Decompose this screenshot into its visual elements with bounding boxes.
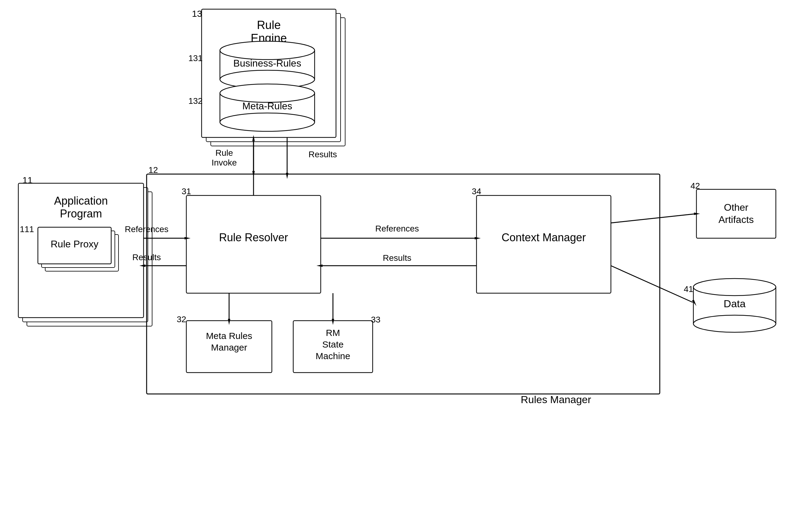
rule-engine-label: Rule: [257, 19, 281, 32]
context-manager-label1: Context Manager: [502, 231, 586, 244]
app-program-number: 11: [22, 175, 32, 185]
rule-invoke-label2: Invoke: [212, 158, 237, 167]
meta-rules-label: Meta-Rules: [242, 100, 292, 112]
meta-rules-manager-label1: Meta Rules: [206, 331, 252, 341]
results-top-label: Results: [308, 150, 337, 159]
diagram-container: Rule Engine 13 Business-Rules 131 Meta-R…: [0, 0, 807, 532]
meta-rules-manager-number: 32: [176, 315, 186, 324]
rule-resolver-label1: Rule Resolver: [219, 231, 288, 244]
meta-rules-number: 132: [188, 96, 203, 106]
other-artifacts-box: [696, 189, 776, 238]
context-to-artifacts-line: [611, 214, 696, 223]
context-to-data-line: [611, 266, 693, 302]
context-manager-box: [476, 195, 611, 293]
rm-state-machine-number: 33: [371, 315, 380, 324]
data-label: Data: [724, 298, 746, 309]
app-program-label2: Program: [60, 207, 102, 220]
results-left-label: Results: [132, 252, 161, 262]
meta-rules-bottom: [220, 113, 315, 131]
rm-state-machine-label3: Machine: [316, 351, 350, 361]
meta-rules-top: [220, 84, 315, 102]
rule-proxy-number: 111: [20, 225, 34, 234]
rm-state-machine-label2: State: [322, 339, 344, 349]
meta-rules-manager-label2: Manager: [211, 342, 247, 353]
data-number: 41: [683, 284, 693, 294]
results-right-label: Results: [383, 253, 411, 263]
other-artifacts-label1: Other: [724, 202, 748, 213]
rule-resolver-number: 31: [182, 187, 191, 196]
data-cylinder-bottom: [693, 315, 776, 332]
business-rules-label: Business-Rules: [233, 58, 301, 69]
rule-proxy-label: Rule Proxy: [51, 239, 99, 249]
rule-invoke-label1: Rule: [215, 148, 233, 157]
other-artifacts-label2: Artifacts: [718, 214, 754, 225]
context-manager-number: 34: [472, 187, 481, 196]
rm-state-machine-label1: RM: [326, 328, 340, 338]
business-rules-number: 131: [188, 54, 203, 63]
rule-engine-number: 13: [192, 8, 202, 19]
rule-resolver-box: [186, 195, 321, 293]
other-artifacts-number: 42: [690, 181, 700, 191]
rules-manager-label: Rules Manager: [521, 394, 592, 405]
app-program-label1: Application: [54, 194, 108, 207]
business-rules-top: [220, 41, 315, 60]
references-left-label: References: [125, 225, 168, 234]
references-right-label: References: [375, 224, 419, 233]
rules-manager-number: 12: [148, 165, 158, 175]
data-cylinder-top: [693, 279, 776, 296]
results-top-arrow: [286, 173, 288, 179]
